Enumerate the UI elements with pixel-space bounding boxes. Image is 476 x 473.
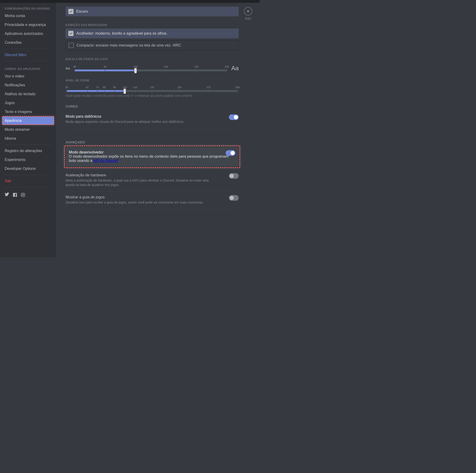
slider-tick-label: 110 — [164, 65, 168, 68]
compact-label: Compacto: encaixe mais mensagens na tela… — [77, 43, 181, 48]
sidebar-divider — [5, 145, 51, 145]
sidebar-item-changelog[interactable]: Registro de alterações — [2, 147, 54, 155]
sidebar-item-authorized-apps[interactable]: Aplicativos autorizados — [2, 30, 54, 38]
games-tab-desc: Desative isso para ocultar a guia de jog… — [66, 200, 215, 205]
section-header-zoom: NÍVEL DE ZOOM — [66, 79, 239, 82]
slider-tick-label: 110 — [133, 86, 137, 89]
sidebar-item-experiments[interactable]: Experiments — [2, 156, 54, 164]
sidebar-item-notifications[interactable]: Notificações — [2, 81, 54, 89]
sidebar-divider — [5, 175, 51, 175]
checkbox-checked-icon — [68, 9, 73, 14]
close-settings-button[interactable] — [244, 7, 252, 16]
font-scale-slider[interactable]: 8090100110125150 — [73, 65, 228, 71]
setting-hardware-acceleration: Aceleração de hardware Ativa a aceleraçã… — [66, 170, 239, 192]
slider-tick-label: 50 — [65, 86, 68, 89]
hw-accel-toggle[interactable] — [229, 173, 239, 179]
slider-thumb[interactable] — [134, 68, 137, 73]
games-tab-toggle[interactable] — [229, 195, 239, 201]
card-edge — [66, 3, 239, 4]
sidebar-item-my-account[interactable]: Minha conta — [2, 12, 54, 20]
sidebar-item-nitro[interactable]: Discord Nitro — [2, 51, 54, 59]
slider-thumb[interactable] — [124, 89, 126, 94]
slider-tick-label: 67 — [86, 86, 88, 89]
slider-tick-mark — [87, 89, 87, 93]
developer-mode-desc: O modo desenvolvedor expõe os itens no m… — [69, 154, 236, 163]
slider-tick-mark — [114, 89, 115, 93]
sidebar-divider — [5, 187, 51, 187]
twitter-icon[interactable] — [5, 193, 9, 198]
sidebar-item-voice-video[interactable]: Voz e vídeo — [2, 72, 54, 81]
titlebar-strip — [56, 0, 260, 3]
discord-api-link[interactable]: API do Discord — [93, 159, 118, 163]
sidebar-item-connections[interactable]: Conexões — [2, 38, 54, 47]
slider-tick-label: 125 — [150, 86, 154, 89]
social-links — [2, 189, 54, 201]
sidebar-item-streamer-mode[interactable]: Modo streamer — [2, 125, 54, 134]
sidebar-item-text-images[interactable]: Texto e imagens — [2, 108, 54, 116]
slider-tick-label: 150 — [177, 86, 182, 89]
section-header-colors: CORES — [66, 105, 239, 108]
display-option-cozy[interactable]: Acolhedor: moderno, bonito e agradável p… — [66, 29, 239, 38]
sidebar-header-user: CONFIGURAÇÕES DO USUÁRIO — [2, 3, 54, 12]
close-icon — [246, 9, 250, 13]
slider-tick-mark — [166, 69, 166, 72]
slider-tick-label: 100 — [123, 86, 127, 89]
slider-tick-mark — [67, 89, 67, 93]
settings-content: Escuro EXIBIÇÃO DAS MENSAGENS Acolhedor:… — [56, 0, 260, 257]
slider-tick-mark — [208, 89, 209, 93]
theme-dark-label: Escuro — [76, 9, 88, 14]
sidebar-header-app: CONFIG. DO APLICATIVO — [2, 63, 54, 72]
sidebar-divider — [5, 61, 51, 61]
slider-tick-mark — [135, 89, 135, 93]
slider-tick-mark — [105, 69, 105, 72]
display-option-compact[interactable]: Compacto: encaixe mais mensagens na tela… — [66, 40, 239, 50]
setting-colorblind-mode: Modo para daltônicos Muda alguns aspecto… — [66, 111, 239, 129]
slider-tick-label: 150 — [225, 65, 229, 68]
hw-accel-title: Aceleração de hardware — [66, 173, 239, 177]
slider-tick-mark — [152, 89, 152, 93]
slider-tick-label: 80 — [73, 65, 76, 68]
slider-tick-mark — [97, 89, 98, 93]
setting-show-games-tab: Mostrar a guia de jogos Desative isso pa… — [66, 192, 239, 209]
sidebar-item-privacy[interactable]: Privacidade e segurança — [2, 21, 54, 29]
sidebar-item-language[interactable]: Idioma — [2, 134, 54, 143]
sidebar-item-games[interactable]: Jogos — [2, 99, 54, 107]
instagram-icon[interactable] — [21, 193, 25, 198]
settings-sidebar: CONFIGURAÇÕES DO USUÁRIO Minha conta Pri… — [0, 0, 56, 257]
slider-tick-label: 100 — [133, 65, 138, 68]
developer-mode-toggle[interactable] — [226, 150, 236, 156]
slider-tick-mark — [196, 69, 197, 72]
slider-tick-label: 125 — [194, 65, 198, 68]
close-label: ESC — [245, 17, 251, 20]
colorblind-desc: Muda alguns aspectos visuais do Discord … — [66, 119, 215, 124]
theme-option-dark[interactable]: Escuro — [66, 7, 239, 16]
slider-tick-label: 80 — [103, 86, 105, 89]
setting-divider — [66, 209, 239, 209]
sidebar-item-keybinds[interactable]: Atalhos do teclado — [2, 90, 54, 98]
colorblind-title: Modo para daltônicos — [66, 114, 239, 119]
toggle-knob — [231, 151, 235, 155]
facebook-icon[interactable] — [13, 193, 17, 198]
zoom-slider[interactable]: 5067758090100110125150175200 — [66, 86, 239, 92]
slider-tick-label: 75 — [96, 86, 99, 89]
sidebar-item-logout[interactable]: Sair — [2, 177, 54, 185]
sidebar-item-developer-options[interactable]: Developer Options — [2, 164, 54, 173]
slider-tick-label: 200 — [236, 86, 240, 89]
colorblind-toggle[interactable] — [229, 114, 239, 120]
slider-tick-mark — [237, 89, 238, 93]
zoom-hint: Você pode mudar o nível de zoom com cmd … — [66, 94, 239, 98]
developer-mode-title: Modo desenvolvedor — [69, 150, 236, 154]
toggle-knob — [230, 174, 234, 178]
font-small-indicator: Aa — [66, 66, 71, 70]
slider-tick-mark — [104, 89, 105, 93]
section-header-font-scale: ESCALA DE FONTE DO CHAT — [66, 58, 239, 61]
slider-tick-mark — [179, 89, 180, 93]
zoom-slider-block: 5067758090100110125150175200 Você pode m… — [66, 86, 239, 98]
slider-tick-mark — [226, 69, 227, 72]
sidebar-item-appearance[interactable]: Aparência — [2, 116, 54, 125]
slider-tick-mark — [74, 69, 75, 72]
section-header-message-display: EXIBIÇÃO DAS MENSAGENS — [66, 23, 239, 27]
slider-tick-label: 175 — [206, 86, 211, 89]
checkbox-unchecked-icon — [68, 43, 74, 48]
cozy-label: Acolhedor: moderno, bonito e agradável p… — [76, 31, 168, 35]
